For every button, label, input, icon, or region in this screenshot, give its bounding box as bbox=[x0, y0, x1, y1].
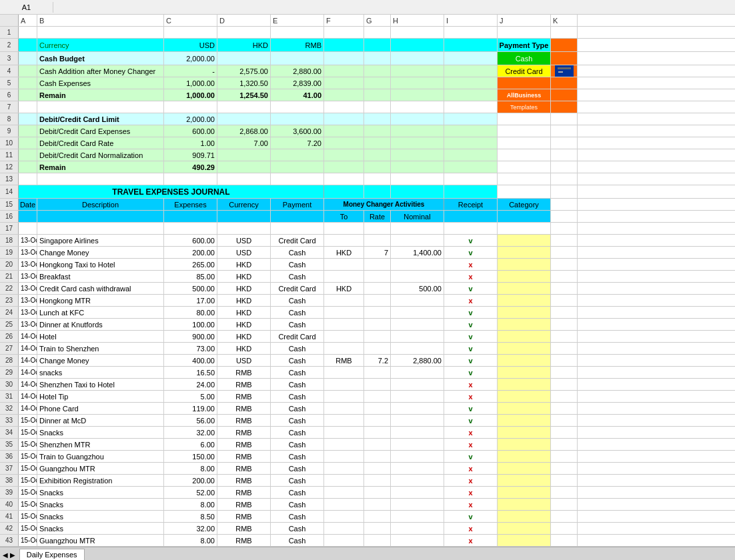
row-26: 26 14-Oct-19 Hotel 900.00 HKD Credit Car… bbox=[0, 331, 735, 343]
cash-addition-usd[interactable]: - bbox=[164, 65, 217, 77]
debit-limit-usd[interactable]: 2,000.00 bbox=[164, 113, 217, 125]
col-header-g: G bbox=[364, 15, 391, 26]
money-changer-header: Money Changer Activities bbox=[324, 199, 444, 210]
date-header: Date bbox=[19, 199, 37, 210]
row-3: 3 Cash Budget 2,000.00 Cash bbox=[0, 52, 735, 65]
cash-expenses-hkd[interactable]: 1,320.50 bbox=[217, 77, 271, 89]
name-box[interactable]: A1 bbox=[0, 2, 53, 13]
remain-usd[interactable]: 1,000.00 bbox=[164, 89, 217, 101]
travel-header: TRAVEL EXPENSES JOURNAL bbox=[19, 185, 324, 198]
col-header-c: C bbox=[164, 15, 217, 26]
row-19: 19 13-Oct-19 Change Money 200.00 USD Cas… bbox=[0, 247, 735, 259]
row-34: 34 15-Oct-19 Snacks 32.00 RMB Cash x bbox=[0, 427, 735, 439]
col-header-k: K bbox=[551, 15, 578, 26]
row-8: 8 Debit/Credit Card Limit 2,000.00 bbox=[0, 113, 735, 125]
debit-rate-label[interactable]: Debit/Credit Card Rate bbox=[37, 137, 164, 149]
remain2-label[interactable]: Remain bbox=[37, 161, 164, 173]
row-31: 31 14-Oct-19 Hotel Tip 5.00 RMB Cash x bbox=[0, 391, 735, 403]
cash-addition-hkd[interactable]: 2,575.00 bbox=[217, 65, 271, 77]
debit-rate-rmb[interactable]: 7.20 bbox=[271, 137, 324, 149]
remain-hkd[interactable]: 1,254.50 bbox=[217, 89, 271, 101]
svg-rect-2 bbox=[558, 71, 563, 73]
row-33: 33 15-Oct-19 Dinner at McD 56.00 RMB Cas… bbox=[0, 415, 735, 427]
rmb-label[interactable]: RMB bbox=[271, 39, 324, 51]
cash-budget-usd[interactable]: 2,000.00 bbox=[164, 52, 217, 65]
col-header-a: A bbox=[19, 15, 37, 26]
row-17: 17 bbox=[0, 223, 735, 235]
debit-expenses-hkd[interactable]: 2,868.00 bbox=[217, 125, 271, 137]
cash-addition-rmb[interactable]: 2,880.00 bbox=[271, 65, 324, 77]
row-20: 20 13-Oct-19 Hongkong Taxi to Hotel 265.… bbox=[0, 259, 735, 271]
corner-cell bbox=[0, 15, 19, 26]
payment-header: Payment bbox=[271, 199, 324, 210]
cash-expenses-usd[interactable]: 1,000.00 bbox=[164, 77, 217, 89]
cash-budget-label[interactable]: Cash Budget bbox=[37, 52, 164, 65]
col-header-b: B bbox=[37, 15, 164, 26]
desc-header: Description bbox=[37, 199, 164, 210]
row-42: 42 15-Oct-19 Snacks 32.00 RMB Cash x bbox=[0, 523, 735, 535]
usd-label[interactable]: USD bbox=[164, 39, 217, 51]
sheet-tab-daily[interactable]: Daily Expenses bbox=[19, 549, 85, 560]
row-24: 24 13-Oct-19 Lunch at KFC 80.00 HKD Cash… bbox=[0, 307, 735, 319]
col-header-d: D bbox=[217, 15, 271, 26]
remain2-usd[interactable]: 490.29 bbox=[164, 161, 217, 173]
row-39: 39 15-Oct-19 Snacks 52.00 RMB Cash x bbox=[0, 487, 735, 499]
svg-rect-1 bbox=[558, 67, 571, 69]
tab-nav[interactable]: ◀ ▶ bbox=[0, 550, 18, 560]
row-7: 7 Templates bbox=[0, 101, 735, 113]
cash-addition-label[interactable]: Cash Addition after Money Changer bbox=[37, 65, 164, 77]
row-6: 6 Remain 1,000.00 1,254.50 41.00 AllBusi… bbox=[0, 89, 735, 101]
to-header: To bbox=[324, 211, 364, 222]
debit-expenses-label[interactable]: Debit/Credit Card Expenses bbox=[37, 125, 164, 137]
row-25: 25 13-Oct-19 Dinner at Knutfords 100.00 … bbox=[0, 319, 735, 331]
formula-input[interactable] bbox=[53, 6, 735, 9]
remain-rmb[interactable]: 41.00 bbox=[271, 89, 324, 101]
tab-bar: ◀ ▶ Daily Expenses bbox=[0, 547, 735, 560]
debit-norm-label[interactable]: Debit/Credit Card Normalization bbox=[37, 149, 164, 161]
col-header-h: H bbox=[391, 15, 444, 26]
row-30: 30 14-Oct-19 Shenzhen Taxi to Hotel 24.0… bbox=[0, 379, 735, 391]
col-header-i: I bbox=[444, 15, 498, 26]
data-rows: 18 13-Oct-19 Singapore Airlines 600.00 U… bbox=[0, 235, 735, 560]
row-28: 28 14-Oct-19 Change Money 400.00 USD Cas… bbox=[0, 355, 735, 367]
payment-type-label: Payment Type bbox=[498, 39, 551, 51]
row-10: 10 Debit/Credit Card Rate 1.00 7.00 7.20 bbox=[0, 137, 735, 149]
row-9: 9 Debit/Credit Card Expenses 600.00 2,86… bbox=[0, 125, 735, 137]
row-32: 32 14-Oct-19 Phone Card 119.00 RMB Cash … bbox=[0, 403, 735, 415]
row-40: 40 15-Oct-19 Snacks 8.00 RMB Cash x bbox=[0, 499, 735, 511]
debit-expenses-rmb[interactable]: 3,600.00 bbox=[271, 125, 324, 137]
remain-label[interactable]: Remain bbox=[37, 89, 164, 101]
row-18: 18 13-Oct-19 Singapore Airlines 600.00 U… bbox=[0, 235, 735, 247]
col-header-f: F bbox=[324, 15, 364, 26]
currency-label[interactable]: Currency bbox=[37, 39, 164, 51]
cash-expenses-label[interactable]: Cash Expenses bbox=[37, 77, 164, 89]
row-43: 43 15-Oct-19 Guangzhou MTR 8.00 RMB Cash… bbox=[0, 535, 735, 547]
nominal-header: Nominal bbox=[391, 211, 444, 222]
formula-bar: A1 bbox=[0, 0, 735, 15]
debit-limit-label[interactable]: Debit/Credit Card Limit bbox=[37, 113, 164, 125]
credit-card-btn[interactable]: Credit Card bbox=[498, 65, 551, 77]
row-4: 4 Cash Addition after Money Changer - 2,… bbox=[0, 65, 735, 77]
row-14: 14 TRAVEL EXPENSES JOURNAL bbox=[0, 185, 735, 199]
cash-expenses-rmb[interactable]: 2,839.00 bbox=[271, 77, 324, 89]
row-11: 11 Debit/Credit Card Normalization 909.7… bbox=[0, 149, 735, 161]
currency-header: Currency bbox=[217, 199, 271, 210]
row-5: 5 Cash Expenses 1,000.00 1,320.50 2,839.… bbox=[0, 77, 735, 89]
cash-btn[interactable]: Cash bbox=[498, 52, 551, 65]
debit-rate-usd[interactable]: 1.00 bbox=[164, 137, 217, 149]
debit-rate-hkd[interactable]: 7.00 bbox=[217, 137, 271, 149]
row-38: 38 15-Oct-19 Exhibition Registration 200… bbox=[0, 475, 735, 487]
row-35: 35 15-Oct-19 Shenzhen MTR 6.00 RMB Cash … bbox=[0, 439, 735, 451]
rate-header: Rate bbox=[364, 211, 391, 222]
row-36: 36 15-Oct-19 Train to Guangzhou 150.00 R… bbox=[0, 451, 735, 463]
col-header-e: E bbox=[271, 15, 324, 26]
col-header-row: A B C D E F G H I J K bbox=[0, 15, 735, 27]
spreadsheet: A1 A B C D E F G H I J K 1 bbox=[0, 0, 735, 560]
row-29: 29 14-Oct-19 snacks 16.50 RMB Cash v bbox=[0, 367, 735, 379]
expenses-header: Expenses bbox=[164, 199, 217, 210]
debit-norm-usd[interactable]: 909.71 bbox=[164, 149, 217, 161]
row-2: 2 Currency USD HKD RMB Payment Type bbox=[0, 39, 735, 52]
row-27: 27 14-Oct-19 Train to Shenzhen 73.00 HKD… bbox=[0, 343, 735, 355]
debit-expenses-usd[interactable]: 600.00 bbox=[164, 125, 217, 137]
hkd-label[interactable]: HKD bbox=[217, 39, 271, 51]
